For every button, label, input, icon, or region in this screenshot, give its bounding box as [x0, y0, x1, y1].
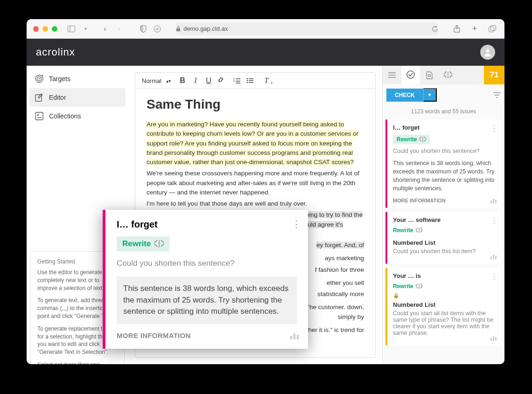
new-tab-icon[interactable]: +: [469, 23, 480, 35]
svg-rect-3: [176, 28, 180, 31]
chart-icon[interactable]: [290, 332, 300, 339]
sidebar-item-editor[interactable]: Editor: [29, 88, 126, 107]
document-text: I'm here to tell you that those days are…: [147, 199, 364, 208]
app-header: acrolinx: [27, 39, 504, 66]
italic-button[interactable]: I: [191, 76, 200, 85]
acrolinx-panel: 71 CHECK ▼ 1123 words and 55 issues ⋮ I……: [382, 66, 504, 364]
more-icon[interactable]: ⋮: [490, 216, 498, 225]
share-icon[interactable]: [451, 23, 462, 35]
zoom-window-button[interactable]: [52, 26, 57, 32]
popup-explanation: This sentence is 38 words long, which ex…: [117, 276, 297, 324]
svg-rect-34: [493, 199, 494, 203]
check-row: CHECK ▼: [383, 84, 504, 105]
document-tab-icon[interactable]: [420, 66, 439, 84]
sidebar-item-targets[interactable]: Targets: [27, 69, 128, 88]
svg-rect-33: [490, 200, 492, 203]
rewrite-chip[interactable]: Rewrite: [117, 236, 169, 251]
target-icon: [35, 75, 43, 83]
svg-rect-35: [495, 200, 497, 203]
issue-card[interactable]: ⋮ Your … software Rewrite Numbered List …: [385, 212, 502, 264]
document-text: We're seeing these crossovers happening …: [147, 169, 364, 197]
rewrite-action[interactable]: Rewrite: [393, 283, 422, 290]
more-icon[interactable]: ⋮: [490, 272, 498, 281]
user-avatar[interactable]: [480, 45, 495, 60]
shield-icon[interactable]: [138, 23, 149, 35]
rewrite-chip[interactable]: Rewrite: [393, 135, 430, 144]
clear-format-button[interactable]: Tx: [262, 76, 271, 85]
issue-subtitle: Numbered List: [393, 301, 496, 308]
more-information-link[interactable]: MORE INFORMATION: [393, 198, 496, 203]
chart-icon[interactable]: [490, 198, 497, 203]
issue-card[interactable]: ⋮ I… forget Rewrite Could you shorten th…: [385, 119, 502, 208]
filter-icon[interactable]: [493, 92, 501, 98]
check-button[interactable]: CHECK: [386, 89, 423, 102]
bold-button[interactable]: B: [178, 76, 187, 85]
sidebar-item-collections[interactable]: Collections: [27, 107, 128, 125]
checklist-icon: [35, 112, 43, 120]
issue-title: Your … is: [393, 272, 496, 279]
svg-point-19: [247, 78, 248, 80]
format-select[interactable]: Normal ▴▾: [142, 77, 171, 84]
issue-question: Could you shorten this list item?: [393, 248, 496, 255]
svg-rect-6: [491, 26, 496, 31]
svg-rect-43: [294, 333, 295, 339]
traffic-lights: [33, 26, 57, 32]
svg-rect-44: [297, 335, 299, 339]
svg-point-21: [247, 80, 248, 82]
svg-rect-42: [290, 336, 292, 339]
svg-rect-40: [493, 336, 494, 341]
lock-icon: [176, 26, 181, 32]
issue-subtitle: Numbered List: [393, 239, 496, 246]
svg-rect-12: [35, 112, 43, 120]
ordered-list-button[interactable]: 12: [233, 78, 242, 83]
issue-explanation: This sentence is 38 words long, which ex…: [393, 159, 496, 193]
svg-rect-41: [495, 337, 497, 341]
more-information-link[interactable]: MORE INFORMATION: [117, 332, 297, 339]
more-icon[interactable]: ⋮: [291, 218, 301, 230]
chart-icon[interactable]: [490, 254, 497, 259]
lock-icon: 🔒: [393, 292, 496, 298]
minimize-window-button[interactable]: [42, 26, 48, 32]
issue-card[interactable]: ⋮ Your … is Rewrite 🔒 Numbered List Coul…: [385, 268, 502, 346]
titlebar: ▾ ‹ › demo.gap.cld.ax +: [27, 19, 504, 39]
issue-title: I… forget: [393, 124, 496, 131]
document-heading: Same Thing: [147, 95, 364, 114]
brain-icon: [420, 136, 426, 143]
brand-logo: acrolinx: [36, 46, 75, 58]
chevron-down-icon[interactable]: ▾: [80, 23, 91, 35]
underline-button[interactable]: U: [204, 76, 213, 85]
popup-title: I… forget: [117, 219, 297, 230]
sidebar-toggle-icon[interactable]: [66, 23, 77, 35]
check-dropdown[interactable]: ▼: [423, 88, 437, 102]
svg-rect-5: [489, 27, 494, 32]
brain-icon: [416, 227, 422, 234]
forward-button[interactable]: ›: [113, 23, 125, 35]
link-button[interactable]: [217, 76, 226, 85]
address-bar[interactable]: demo.gap.cld.ax: [176, 23, 438, 35]
help-text: Select not more than one paragrapha at a…: [37, 361, 118, 364]
sidebar-item-label: Collections: [49, 112, 81, 120]
menu-icon[interactable]: [383, 66, 401, 84]
svg-point-7: [486, 49, 490, 53]
more-icon[interactable]: ⋮: [490, 124, 498, 133]
issue-popup: ⋮ I… forget Rewrite Could you shorten th…: [103, 210, 308, 349]
acrolinx-score[interactable]: 71: [484, 66, 504, 84]
svg-rect-36: [490, 256, 492, 259]
chart-icon[interactable]: [490, 335, 497, 341]
rewrite-action[interactable]: Rewrite: [393, 227, 422, 234]
check-badge-icon[interactable]: [152, 23, 163, 35]
popup-question: Could you shorten this sentence?: [117, 259, 297, 268]
svg-text:2: 2: [233, 80, 235, 83]
document-text: ey forget. And, of: [316, 242, 364, 249]
issues-list: ⋮ I… forget Rewrite Could you shorten th…: [383, 119, 504, 364]
url-text: demo.gap.cld.ax: [183, 25, 228, 32]
svg-point-23: [247, 82, 248, 83]
bullet-list-button[interactable]: [246, 78, 255, 83]
close-window-button[interactable]: [33, 26, 39, 32]
check-tab-icon[interactable]: [401, 66, 420, 84]
reload-icon[interactable]: [432, 26, 438, 32]
back-button[interactable]: ‹: [99, 23, 111, 35]
brain-icon: [416, 283, 422, 290]
tabs-icon[interactable]: [487, 23, 498, 35]
brain-tab-icon[interactable]: [439, 66, 457, 84]
